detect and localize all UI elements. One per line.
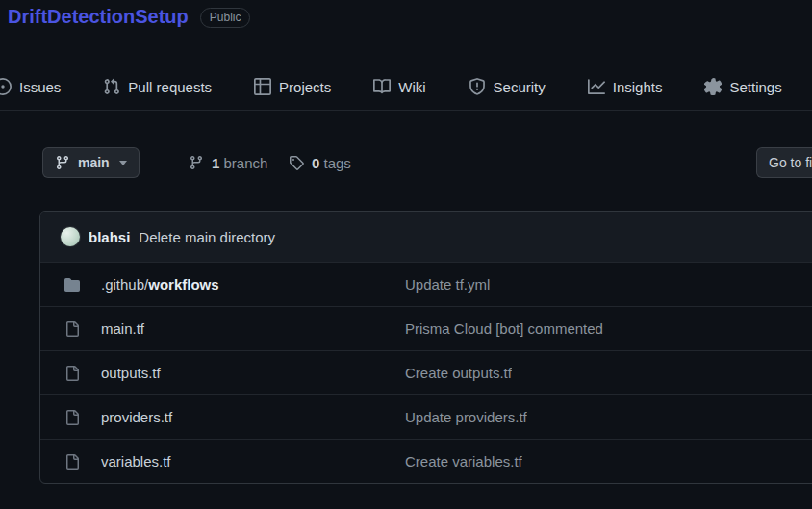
file-icon xyxy=(64,410,80,425)
folder-icon xyxy=(64,277,80,293)
commit-message-link[interactable]: Delete main directory xyxy=(139,229,275,245)
branches-link[interactable]: 1 branch xyxy=(189,147,267,178)
git-pull-request-icon xyxy=(103,78,120,95)
file-link[interactable]: providers.tf xyxy=(101,409,405,425)
book-icon xyxy=(373,78,391,95)
tab-label: Settings xyxy=(729,79,781,95)
nav-divider xyxy=(0,110,812,111)
latest-commit-bar: blahsi Delete main directory xyxy=(40,212,812,262)
github-repo-page: DriftDetectionSetup Public Issues Pull r… xyxy=(0,0,812,509)
tab-pull-requests[interactable]: Pull requests xyxy=(103,78,212,95)
table-row: providers.tf Update providers.tf xyxy=(40,394,812,439)
tab-insights[interactable]: Insights xyxy=(588,78,663,95)
tags-link[interactable]: 0 tags xyxy=(289,147,351,178)
git-branch-icon xyxy=(55,155,70,170)
commit-message-cell[interactable]: Create outputs.tf xyxy=(405,365,512,381)
tab-label: Wiki xyxy=(398,79,425,95)
file-browser: blahsi Delete main directory .github/wor… xyxy=(39,211,812,484)
tab-security[interactable]: Security xyxy=(469,78,546,95)
tags-text: 0 tags xyxy=(312,155,351,171)
repo-nav: Issues Pull requests Projects Wiki Secur… xyxy=(0,67,782,106)
issue-opened-icon xyxy=(0,78,12,95)
commit-message-cell[interactable]: Create variables.tf xyxy=(405,453,522,470)
commit-author-link[interactable]: blahsi xyxy=(89,229,130,245)
file-icon xyxy=(64,454,80,470)
file-link[interactable]: main.tf xyxy=(101,320,405,337)
gear-icon xyxy=(704,78,722,95)
table-row: variables.tf Create variables.tf xyxy=(40,439,812,483)
project-table-icon xyxy=(254,78,271,95)
tab-label: Security xyxy=(494,79,546,95)
commit-message-cell[interactable]: Prisma Cloud [bot] commented xyxy=(405,320,603,337)
file-icon xyxy=(64,366,80,381)
tab-projects[interactable]: Projects xyxy=(254,78,331,95)
branch-selector-button[interactable]: main xyxy=(42,147,140,178)
chevron-down-icon xyxy=(119,161,127,165)
git-branch-icon xyxy=(189,155,204,170)
file-link[interactable]: variables.tf xyxy=(101,453,405,470)
tab-wiki[interactable]: Wiki xyxy=(373,78,425,95)
tab-label: Pull requests xyxy=(128,79,212,95)
commit-message-cell[interactable]: Update tf.yml xyxy=(405,276,490,293)
tab-label: Insights xyxy=(613,79,663,95)
go-to-file-button[interactable]: Go to file xyxy=(756,147,812,178)
graph-icon xyxy=(588,78,605,95)
current-branch-label: main xyxy=(78,155,110,170)
repo-header: DriftDetectionSetup Public xyxy=(8,6,250,28)
visibility-badge: Public xyxy=(200,8,251,28)
branches-text: 1 branch xyxy=(212,155,267,171)
tab-label: Projects xyxy=(279,79,331,95)
commit-message-cell[interactable]: Update providers.tf xyxy=(405,409,527,425)
file-icon xyxy=(64,321,80,337)
shield-icon xyxy=(469,78,486,95)
file-link[interactable]: outputs.tf xyxy=(101,365,405,381)
table-row: .github/workflows Update tf.yml xyxy=(40,262,812,306)
table-row: outputs.tf Create outputs.tf xyxy=(40,350,812,394)
tag-icon xyxy=(289,155,304,170)
tab-label: Issues xyxy=(19,79,61,95)
table-row: main.tf Prisma Cloud [bot] commented xyxy=(40,306,812,350)
file-link[interactable]: .github/workflows xyxy=(101,276,405,293)
avatar[interactable] xyxy=(61,227,80,246)
tab-settings[interactable]: Settings xyxy=(704,78,781,95)
tab-issues[interactable]: Issues xyxy=(0,78,61,95)
repo-title-link[interactable]: DriftDetectionSetup xyxy=(8,6,189,28)
